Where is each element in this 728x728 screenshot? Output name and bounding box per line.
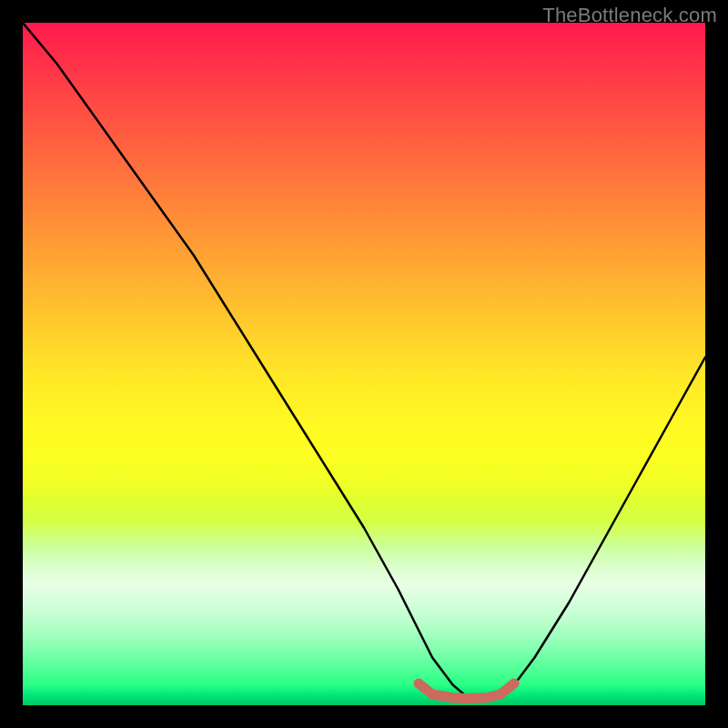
series-bottleneck-curve bbox=[23, 23, 705, 699]
series-layer bbox=[23, 23, 705, 699]
curve-layer bbox=[23, 23, 705, 705]
marker-optimal-range bbox=[419, 683, 514, 699]
plot-area bbox=[23, 23, 705, 705]
marker-layer bbox=[419, 683, 514, 699]
chart-stage: TheBottleneck.com bbox=[0, 0, 728, 728]
